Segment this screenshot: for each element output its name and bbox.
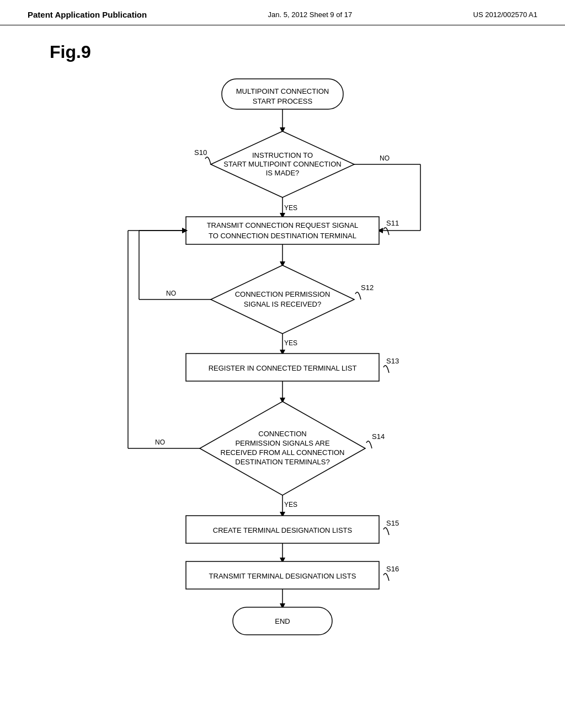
s16-text: TRANSMIT TERMINAL DESIGNATION LISTS: [209, 572, 356, 580]
s14-text-4: DESTINATION TERMINALS?: [235, 458, 329, 466]
s12-diamond: [211, 265, 354, 334]
s12-text-1: CONNECTION PERMISSION: [235, 290, 331, 298]
s12-label-curve: [355, 292, 361, 299]
s15-text: CREATE TERMINAL DESIGNATION LISTS: [213, 526, 353, 534]
header-right: US 2012/002570 A1: [473, 10, 537, 19]
s16-label: S16: [386, 565, 399, 573]
s12-label: S12: [361, 283, 374, 292]
s11-label: S11: [386, 219, 399, 227]
s10-label-curve: [205, 157, 211, 164]
yes-s10: YES: [284, 204, 297, 212]
yes-s12: YES: [284, 339, 297, 347]
s13-label: S13: [386, 357, 399, 365]
start-text-1: MULTIPOINT CONNECTION: [236, 87, 329, 95]
s10-text-3: IS MADE?: [266, 169, 300, 177]
s16-label-curve: [383, 574, 389, 581]
s14-text-1: CONNECTION: [258, 430, 306, 438]
flowchart: MULTIPOINT CONNECTION START PROCESS INST…: [45, 68, 520, 677]
flowchart-svg: MULTIPOINT CONNECTION START PROCESS INST…: [45, 68, 520, 675]
no-s12-label: NO: [166, 290, 176, 297]
no-s10-label: NO: [380, 154, 390, 162]
s14-label: S14: [372, 432, 385, 441]
s15-label-curve: [383, 528, 389, 535]
page-header: Patent Application Publication Jan. 5, 2…: [0, 0, 565, 25]
s11-label-curve: [383, 228, 389, 235]
s13-text: REGISTER IN CONNECTED TERMINAL LIST: [209, 364, 357, 372]
s11-text-1: TRANSMIT CONNECTION REQUEST SIGNAL: [207, 221, 359, 229]
end-text: END: [275, 617, 290, 625]
s13-label-curve: [383, 366, 389, 373]
s10-text-1: INSTRUCTION TO: [252, 151, 313, 159]
s14-text-2: PERMISSION SIGNALS ARE: [235, 439, 330, 447]
s14-text-3: RECEIVED FROM ALL CONNECTION: [221, 448, 345, 457]
s11-text-2: TO CONNECTION DESTINATION TERMINAL: [209, 232, 356, 240]
fig-label: Fig.9: [50, 42, 91, 62]
start-text-2: START PROCESS: [253, 97, 313, 105]
s15-label: S15: [386, 519, 399, 527]
s10-label: S10: [194, 148, 207, 157]
s10-text-2: START MULTIPOINT CONNECTION: [223, 160, 341, 168]
main-content: Fig.9 MULTIPOINT CONNECTION START PROCES…: [0, 25, 565, 693]
header-left: Patent Application Publication: [28, 10, 147, 19]
s12-text-2: SIGNAL IS RECEIVED?: [244, 300, 321, 308]
yes-s14: YES: [284, 501, 297, 508]
header-center: Jan. 5, 2012 Sheet 9 of 17: [268, 10, 353, 19]
no-s14-label: NO: [155, 438, 165, 446]
s14-label-curve: [366, 441, 372, 448]
